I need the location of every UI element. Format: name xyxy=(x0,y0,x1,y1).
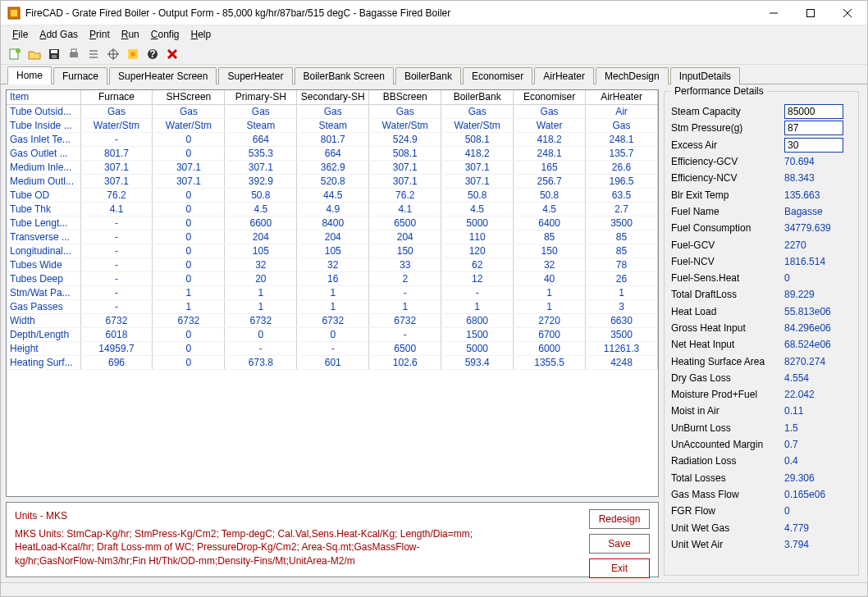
perf-label: Gross Heat Input xyxy=(671,322,784,334)
help-icon[interactable]: ? xyxy=(145,47,160,62)
save-icon[interactable] xyxy=(47,47,62,62)
cell: 76.2 xyxy=(369,188,441,202)
tab-furnace[interactable]: Furnace xyxy=(53,67,107,84)
table-row[interactable]: Longitudinal...-010510515012015085 xyxy=(7,244,658,257)
cell: 165 xyxy=(514,160,586,174)
cell: Gas xyxy=(80,104,153,118)
cell: 0 xyxy=(153,355,225,369)
menu-config[interactable]: Config xyxy=(146,27,185,42)
perf-value: 22.042 xyxy=(784,389,852,400)
table-row[interactable]: Tube Inside ...Water/StmWater/StmSteamSt… xyxy=(7,118,658,132)
table-row[interactable]: Heating Surf...6960673.8601102.6593.4135… xyxy=(7,355,658,369)
cell: 418.2 xyxy=(514,132,586,146)
table-row[interactable]: Medium Outl...307.1307.1392.9520.8307.13… xyxy=(7,174,658,188)
perf-input[interactable] xyxy=(784,104,843,119)
cell: 2.7 xyxy=(586,202,658,216)
tab-superheater[interactable]: SuperHeater xyxy=(218,67,292,84)
cell: 50.8 xyxy=(514,188,586,202)
exit-button[interactable]: Exit xyxy=(589,558,650,578)
tab-superheater-screen[interactable]: SuperHeater Screen xyxy=(109,67,217,84)
cell: 1 xyxy=(153,285,225,299)
app-window: FireCAD - Grate Fired Boiler - Output Fo… xyxy=(0,0,868,597)
col-header[interactable]: BBScreen xyxy=(369,90,441,104)
cell: 40 xyxy=(514,271,586,285)
open-icon[interactable] xyxy=(27,47,42,62)
table-row[interactable]: Tube Outsid...GasGasGasGasGasGasGasAir xyxy=(7,104,658,118)
target-icon[interactable] xyxy=(106,47,121,62)
tab-boilerbank[interactable]: BoilerBank xyxy=(395,67,461,84)
col-header[interactable]: SHScreen xyxy=(153,90,225,104)
col-header[interactable]: BoilerBank xyxy=(441,90,514,104)
bottom-scrollbar[interactable] xyxy=(1,582,867,596)
col-header[interactable]: Economiser xyxy=(514,90,586,104)
table-row[interactable]: Stm/Wat Pa...-111--11 xyxy=(7,285,658,299)
cell: - xyxy=(369,327,441,341)
cell: 362.9 xyxy=(297,160,369,174)
sun-icon[interactable] xyxy=(126,47,140,62)
cell: 248.1 xyxy=(514,146,586,160)
perf-input[interactable] xyxy=(784,121,843,135)
menu-file[interactable]: File xyxy=(7,27,33,42)
cell: 307.1 xyxy=(153,160,225,174)
menu-help[interactable]: Help xyxy=(186,27,217,42)
tab-economiser[interactable]: Economiser xyxy=(463,67,532,84)
cell: 1 xyxy=(369,299,441,313)
table-row[interactable]: Tube OD76.2050.844.576.250.850.863.5 xyxy=(7,188,658,202)
perf-label: UnBurnt Loss xyxy=(671,422,784,434)
cell: 1 xyxy=(514,285,586,299)
cell: 0 xyxy=(153,188,225,202)
cell: 6732 xyxy=(80,313,153,327)
table-row[interactable]: Tubes Wide-0323233623278 xyxy=(7,257,658,271)
svg-rect-12 xyxy=(71,49,76,52)
delete-icon[interactable] xyxy=(165,47,180,62)
table-row[interactable]: Height14959.70--65005000600011261.3 xyxy=(7,341,658,355)
tab-home[interactable]: Home xyxy=(7,66,52,84)
table-row[interactable]: Tube Thk4.104.54.94.14.54.52.7 xyxy=(7,202,658,216)
col-header[interactable]: Primary-SH xyxy=(225,90,297,104)
cell: Gas xyxy=(586,118,658,132)
table-row[interactable]: Medium Inle...307.1307.1307.1362.9307.13… xyxy=(7,160,658,174)
maximize-button[interactable] xyxy=(792,1,829,25)
table-row[interactable]: Gas Passes-1111113 xyxy=(7,299,658,313)
perf-input[interactable] xyxy=(784,138,843,153)
table-row[interactable]: Gas Outlet ...801.70535.3664508.1418.224… xyxy=(7,146,658,160)
cell: 307.1 xyxy=(80,174,153,188)
col-header[interactable]: Item xyxy=(7,90,80,104)
close-button[interactable] xyxy=(829,1,866,25)
cell: 0 xyxy=(153,132,225,146)
row-label: Height xyxy=(7,341,80,355)
table-row[interactable]: Depth/Length6018000-150067003500 xyxy=(7,327,658,341)
cell: 307.1 xyxy=(441,174,514,188)
table-row[interactable]: Width67326732673267326732680027206630 xyxy=(7,313,658,327)
cell: 1355.5 xyxy=(514,355,586,369)
table-row[interactable]: Tube Lengt...-0660084006500500064003500 xyxy=(7,216,658,230)
menu-print[interactable]: Print xyxy=(85,27,115,42)
data-grid[interactable]: ItemFurnaceSHScreenPrimary-SHSecondary-S… xyxy=(6,89,659,497)
tab-inputdetails[interactable]: InputDetails xyxy=(670,67,740,84)
perf-label: Steam Capacity xyxy=(671,106,784,117)
perf-label: Radiation Loss xyxy=(671,455,784,467)
perf-label: Fuel-GCV xyxy=(671,239,784,251)
col-header[interactable]: Secondary-SH xyxy=(297,90,369,104)
cell: 8400 xyxy=(297,216,369,230)
table-row[interactable]: Tubes Deep-020162124026 xyxy=(7,271,658,285)
table-row[interactable]: Gas Inlet Te...-0664801.7524.9508.1418.2… xyxy=(7,132,658,146)
tab-boilerbank-screen[interactable]: BoilerBank Screen xyxy=(295,67,394,84)
table-row[interactable]: Transverse ...-02042042041108585 xyxy=(7,230,658,244)
new-icon[interactable] xyxy=(7,47,22,62)
tab-airheater[interactable]: AirHeater xyxy=(534,67,594,84)
action-buttons: Redesign Save Exit xyxy=(589,509,650,578)
col-header[interactable]: AirHeater xyxy=(586,90,658,104)
menu-addgas[interactable]: Add Gas xyxy=(34,27,83,42)
save-button[interactable]: Save xyxy=(589,534,650,554)
perf-label: Moisture Prod+Fuel xyxy=(671,389,784,400)
list-icon[interactable] xyxy=(86,47,101,62)
col-header[interactable]: Furnace xyxy=(80,90,153,104)
perf-value: 0.4 xyxy=(784,455,852,467)
redesign-button[interactable]: Redesign xyxy=(589,509,650,529)
print-icon[interactable] xyxy=(66,47,81,62)
tabstrip: HomeFurnaceSuperHeater ScreenSuperHeater… xyxy=(1,65,867,84)
tab-mechdesign[interactable]: MechDesign xyxy=(596,67,669,84)
minimize-button[interactable] xyxy=(755,1,792,25)
menu-run[interactable]: Run xyxy=(116,27,144,42)
